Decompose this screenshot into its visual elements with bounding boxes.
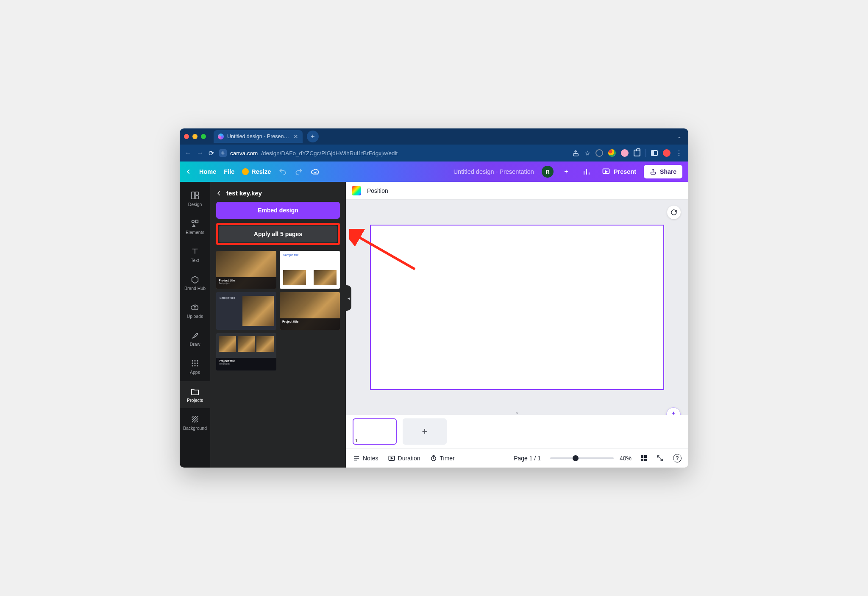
import-thumb-5[interactable]: Project title Test project <box>216 333 276 371</box>
rail-projects[interactable]: Projects <box>180 381 210 408</box>
resize-label: Resize <box>251 168 271 175</box>
apply-all-pages-button[interactable]: Apply all 5 pages <box>219 226 337 242</box>
collapse-panel-handle[interactable]: ◂ <box>345 285 351 311</box>
rail-uploads[interactable]: Uploads <box>180 297 210 324</box>
zoom-value[interactable]: 40% <box>620 455 632 462</box>
page-actions-icon[interactable] <box>667 206 681 219</box>
svg-point-0 <box>223 153 224 154</box>
expand-filmstrip-chevron-icon[interactable]: ⌄ <box>509 409 526 415</box>
rail-draw[interactable]: Draw <box>180 325 210 352</box>
rail-design[interactable]: Design <box>180 185 210 212</box>
panel-back-chevron-icon[interactable] <box>216 190 222 196</box>
color-picker-icon[interactable] <box>352 186 361 195</box>
extension-b-icon[interactable] <box>621 149 629 157</box>
back-chevron-icon[interactable] <box>186 169 192 175</box>
rail-apps[interactable]: Apps <box>180 353 210 380</box>
user-avatar[interactable]: R <box>542 166 554 178</box>
browser-menu-icon[interactable]: ⋮ <box>676 149 683 157</box>
redo-icon[interactable] <box>295 167 303 176</box>
rail-projects-label: Projects <box>187 398 203 403</box>
add-collaborator-icon[interactable]: + <box>561 167 571 177</box>
cloud-sync-icon[interactable] <box>311 167 320 176</box>
document-title[interactable]: Untitled design - Presentation <box>453 168 534 175</box>
svg-point-17 <box>197 365 198 366</box>
svg-point-13 <box>194 362 195 364</box>
grid-view-icon[interactable] <box>641 455 647 461</box>
browser-tab[interactable]: Untitled design - Presentation ✕ <box>214 130 303 143</box>
left-rail: Design Elements Text Brand Hub <box>180 182 210 468</box>
bookmark-star-icon[interactable]: ☆ <box>584 149 590 157</box>
page-number: 1 <box>355 438 358 443</box>
account-avatar-icon[interactable] <box>663 149 670 157</box>
duration-button[interactable]: Duration <box>388 454 420 462</box>
rail-apps-label: Apps <box>190 370 200 375</box>
fullscreen-icon[interactable] <box>656 454 664 462</box>
side-panel-icon[interactable] <box>651 150 658 156</box>
timer-button[interactable]: Timer <box>430 454 455 462</box>
fullscreen-window-icon[interactable] <box>201 134 206 139</box>
share-label: Share <box>660 168 676 175</box>
rail-background-label: Background <box>183 426 207 431</box>
zoom-slider[interactable] <box>550 457 614 459</box>
site-info-icon[interactable] <box>219 149 227 157</box>
rail-brand-hub[interactable]: Brand Hub <box>180 269 210 296</box>
slide-canvas[interactable] <box>370 225 665 390</box>
apps-icon <box>191 359 199 368</box>
background-icon <box>190 415 200 424</box>
annotation-highlight: Apply all 5 pages <box>216 223 340 245</box>
home-button[interactable]: Home <box>199 168 216 175</box>
svg-point-12 <box>192 362 193 364</box>
help-icon[interactable]: ? <box>673 454 682 462</box>
magic-assist-icon[interactable] <box>666 407 681 415</box>
close-tab-icon[interactable]: ✕ <box>293 133 298 140</box>
close-window-icon[interactable] <box>184 134 189 139</box>
import-thumb-4[interactable]: Project title <box>280 292 340 330</box>
svg-point-7 <box>192 220 194 223</box>
svg-rect-6 <box>195 196 198 199</box>
new-tab-button[interactable]: + <box>307 131 319 142</box>
rail-elements[interactable]: Elements <box>180 213 210 240</box>
present-button[interactable]: Present <box>602 167 636 176</box>
window-traffic-lights <box>184 134 206 139</box>
bottom-bar: Notes Duration Timer Page 1 / 1 40% <box>346 448 688 468</box>
position-button[interactable]: Position <box>367 187 388 194</box>
notes-button[interactable]: Notes <box>353 454 378 462</box>
analytics-icon[interactable] <box>579 164 594 179</box>
nav-forward-icon[interactable]: → <box>197 149 203 157</box>
tab-title: Untitled design - Presentation <box>227 134 290 139</box>
panel-header[interactable]: test key.key <box>216 187 340 198</box>
design-icon <box>190 191 200 200</box>
rail-design-label: Design <box>188 202 202 207</box>
address-bar[interactable]: canva.com/design/DAFo_dYZCgc/PIGjdHWlhRu… <box>219 149 567 157</box>
import-thumb-3[interactable]: Sample title <box>216 292 276 330</box>
moon-icon[interactable] <box>595 149 603 157</box>
nav-back-icon[interactable]: ← <box>185 149 192 157</box>
nav-reload-icon[interactable]: ⟳ <box>209 149 214 157</box>
rail-background[interactable]: Background <box>180 409 210 436</box>
crown-pro-icon <box>242 168 249 175</box>
side-panel: test key.key Embed design Apply all 5 pa… <box>210 182 346 468</box>
import-thumb-2[interactable]: Sample title <box>280 251 340 289</box>
draw-icon <box>190 331 200 340</box>
minimize-window-icon[interactable] <box>192 134 198 139</box>
notes-label: Notes <box>363 455 378 462</box>
undo-icon[interactable] <box>278 167 287 176</box>
canvas-stage[interactable]: ⌄ <box>346 200 688 415</box>
rail-text[interactable]: Text <box>180 241 210 268</box>
extension-a-icon[interactable] <box>608 149 616 157</box>
share-page-icon[interactable] <box>572 150 579 157</box>
import-thumb-1[interactable]: Project title Test project <box>216 251 276 289</box>
tab-list-chevron-icon[interactable]: ⌄ <box>677 134 682 139</box>
extensions-puzzle-icon[interactable] <box>634 150 640 156</box>
file-menu[interactable]: File <box>224 168 234 175</box>
canva-favicon-icon <box>218 134 224 139</box>
filmstrip-page-1[interactable]: 1 <box>353 418 397 445</box>
resize-button[interactable]: Resize <box>242 168 271 175</box>
thumb-title: Project title <box>282 320 337 323</box>
svg-point-14 <box>197 362 198 364</box>
add-page-button[interactable]: + <box>403 418 447 445</box>
share-button[interactable]: Share <box>644 165 682 178</box>
thumb-title: Sample title <box>283 253 299 256</box>
embed-design-button[interactable]: Embed design <box>216 202 340 219</box>
thumb-subtitle: Test project <box>219 362 274 365</box>
